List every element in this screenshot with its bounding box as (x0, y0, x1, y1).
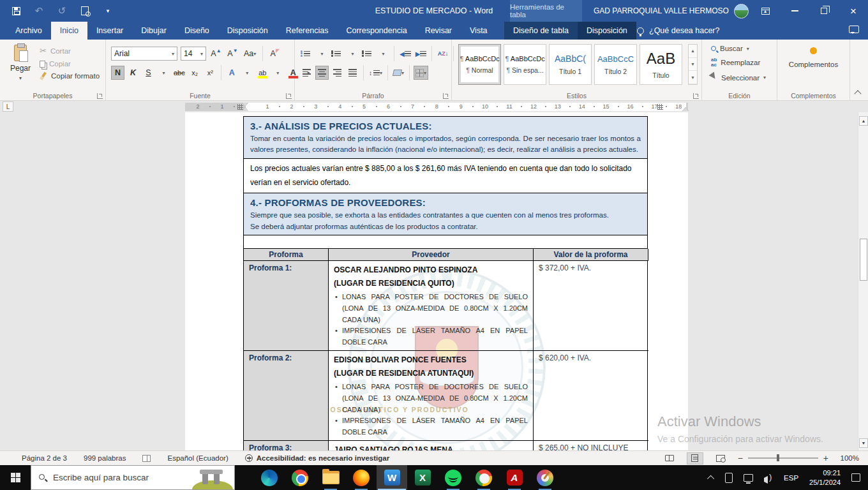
styles-gallery-scroll[interactable]: ▲ ▼ ▼ (688, 44, 698, 85)
tab-disposicion-tabla[interactable]: Disposición (578, 22, 636, 40)
style-titulo[interactable]: AaB Título (640, 44, 682, 85)
taskbar-spotify[interactable] (438, 465, 468, 490)
ruler-strip[interactable]: 21123456789101112131415161718 (185, 103, 688, 111)
tab-dibujar[interactable]: Dibujar (132, 22, 176, 40)
read-mode-button[interactable] (661, 452, 678, 464)
tell-me-box[interactable]: ¿Qué desea hacer? (637, 22, 720, 40)
tray-chevron-icon[interactable] (707, 475, 714, 482)
paste-button[interactable]: Pegar ▾ (6, 45, 34, 88)
taskbar-browser-alt[interactable] (468, 465, 499, 490)
taskbar-search[interactable] (31, 465, 235, 490)
styles-scroll-down-icon[interactable]: ▼ (689, 58, 697, 71)
copy-button[interactable]: Copiar (40, 60, 100, 68)
tab-referencias[interactable]: Referencias (277, 22, 338, 40)
style-normal[interactable]: AaBbCcDc Normal (458, 44, 501, 85)
row2-value-cell[interactable]: $ 620,00 + IVA. (534, 351, 648, 441)
taskbar-excel[interactable]: X (407, 465, 438, 490)
row2-provider-cell[interactable]: EDISON BOLIVAR PONCE FUENTES (LUGAR DE R… (329, 351, 534, 441)
row2-label-cell[interactable]: Proforma 2: (244, 351, 329, 441)
text-effects-dropdown-icon[interactable]: ▾ (241, 66, 254, 80)
proofing-icon[interactable] (142, 455, 151, 462)
select-button[interactable]: Seleccionar▾ (711, 73, 766, 82)
subscript-button[interactable]: x₂ (188, 66, 202, 80)
account-area[interactable]: GAD PARROQUIAL VALLE HERMOSO (594, 0, 749, 22)
increase-indent-button[interactable]: ▶ (414, 47, 428, 61)
comments-icon[interactable] (849, 26, 859, 33)
row1-provider-cell[interactable]: OSCAR ALEJANDRO PINTO ESPINOZA (LUGAR DE… (329, 261, 534, 351)
bullets-button[interactable] (300, 47, 313, 61)
align-left-button[interactable] (300, 66, 313, 80)
tab-disposicion[interactable]: Disposición (218, 22, 277, 40)
speaker-icon[interactable] (764, 474, 773, 482)
highlight-button[interactable]: ab (256, 66, 269, 80)
bold-button[interactable]: N (111, 66, 124, 80)
taskbar-file-explorer[interactable] (315, 465, 346, 490)
collapse-ribbon-icon[interactable] (854, 90, 861, 97)
font-size-combo[interactable]: 14▾ (181, 47, 206, 61)
numbering-button[interactable] (331, 47, 344, 61)
paste-dropdown-icon[interactable]: ▾ (19, 75, 22, 81)
tab-archivo[interactable]: Archivo (6, 22, 51, 40)
clipboard-dialog-launcher[interactable] (97, 93, 103, 99)
print-layout-button[interactable] (687, 452, 703, 464)
row3-label-cell[interactable]: Proforma 3: (244, 441, 329, 450)
table-header-proveedor[interactable]: Proveedor (329, 249, 534, 261)
clock[interactable]: 09:21 25/1/2024 (809, 468, 841, 487)
word-count[interactable]: 999 palabras (84, 454, 126, 462)
web-layout-button[interactable] (712, 452, 729, 464)
proformas-table[interactable]: Proforma Proveedor Valor de la proforma … (243, 248, 648, 450)
multilevel-dropdown-icon[interactable]: ▾ (377, 47, 390, 61)
tab-insertar[interactable]: Insertar (87, 22, 132, 40)
phone-link-icon[interactable] (725, 473, 733, 483)
highlight-dropdown-icon[interactable]: ▾ (271, 66, 285, 80)
scroll-up-icon[interactable]: ▲ (859, 116, 868, 126)
align-center-button[interactable] (315, 66, 329, 80)
italic-button[interactable]: K (126, 66, 140, 80)
accessibility-status[interactable]: Accesibilidad: es necesario investigar (245, 454, 389, 462)
row3-value-cell[interactable]: $ 265,00 + NO INLCLUYE (534, 441, 648, 450)
account-avatar[interactable] (734, 4, 749, 19)
search-highlight-image[interactable] (192, 466, 233, 489)
styles-dialog-launcher[interactable] (693, 93, 699, 99)
zoom-out-button[interactable]: − (738, 453, 743, 463)
addins-button[interactable]: Complementos (777, 47, 849, 68)
prices-paragraph-box[interactable]: Los precios actuales varían entre $ 885,… (243, 158, 648, 194)
borders-button[interactable]: ▾ (414, 66, 428, 80)
tab-diseno-de-tabla[interactable]: Diseño de tabla (504, 22, 578, 40)
multilevel-list-button[interactable] (361, 47, 375, 61)
start-button[interactable] (0, 465, 31, 490)
scroll-down-icon[interactable]: ▼ (859, 438, 868, 448)
ribbon-display-options-button[interactable]: ▴ (751, 0, 780, 22)
search-input[interactable] (53, 473, 181, 482)
style-sin-espaciado[interactable]: AaBbCcDc Sin espa... (504, 44, 546, 85)
hanging-indent-marker[interactable] (242, 104, 248, 111)
section-4-box[interactable]: 4.- PROFORMAS DE PROVEEDORES: Siempre qu… (243, 193, 648, 236)
minimize-button[interactable] (780, 0, 809, 22)
tab-selector-button[interactable]: L (3, 101, 13, 112)
decrease-indent-button[interactable]: ◀ (398, 47, 412, 61)
sort-button[interactable]: AZ↓ (436, 47, 449, 61)
zoom-slider-thumb[interactable] (777, 454, 779, 461)
language-indicator[interactable]: Español (Ecuador) (167, 454, 228, 462)
right-indent-marker[interactable] (682, 104, 689, 111)
section-3-box[interactable]: 3.- ANÁLISIS DE PRECIOS ACTUALES: Tomar … (243, 116, 648, 160)
styles-scroll-up-icon[interactable]: ▲ (689, 45, 697, 58)
row3-provider-cell[interactable]: JAIRO SANTIAGO ROJAS MENA (329, 441, 534, 450)
restore-button[interactable] (809, 0, 839, 22)
table-header-valor[interactable]: Valor de la proforma (534, 249, 648, 261)
clear-formatting-button[interactable]: A◤ (268, 47, 281, 61)
taskbar-edge[interactable] (254, 465, 285, 490)
taskbar-acrobat[interactable]: A (499, 465, 530, 490)
underline-dropdown-icon[interactable]: ▾ (157, 66, 170, 80)
scrollbar-thumb[interactable] (860, 239, 867, 281)
shading-button[interactable]: ▾ (392, 66, 405, 80)
text-effects-button[interactable]: A (225, 66, 239, 80)
save-button[interactable] (8, 3, 24, 19)
replace-button[interactable]: abacReemplazar (711, 57, 766, 68)
page-indicator[interactable]: Página 2 de 3 (22, 454, 67, 462)
notification-center-icon[interactable] (851, 473, 860, 482)
numbering-dropdown-icon[interactable]: ▾ (346, 47, 359, 61)
tab-revisar[interactable]: Revisar (416, 22, 461, 40)
font-name-combo[interactable]: Arial▾ (111, 47, 177, 61)
table-column-marker-icon[interactable] (657, 104, 663, 110)
